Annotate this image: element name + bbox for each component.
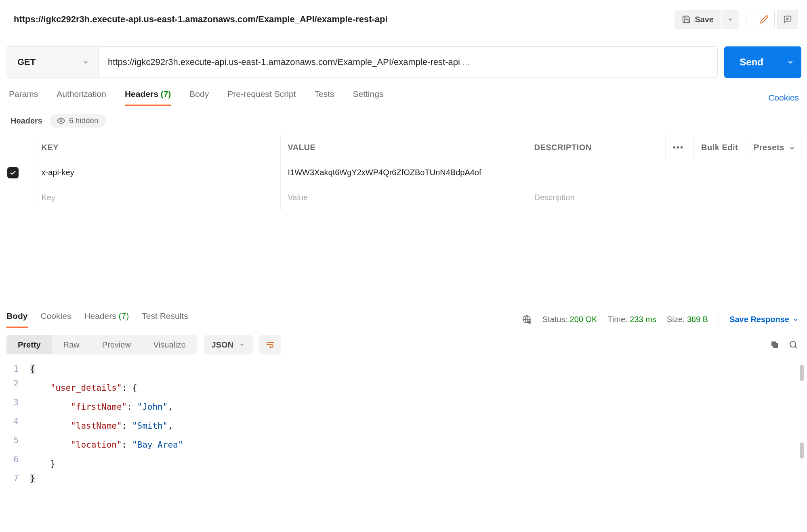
scrollbar-thumb[interactable] [800,442,804,459]
body-right-tools [770,340,798,350]
bulk-edit-button[interactable]: Bulk Edit [694,135,746,160]
response-tabs: Body Cookies Headers (7) Test Results [6,311,188,328]
code-line: 3 "firstName": "John", [7,395,807,414]
col-value: VALUE [280,135,527,160]
headers-label: Headers [11,116,42,126]
presets-button[interactable]: Presets [746,135,807,160]
line-number: 5 [7,433,30,452]
tab-headers-count: (7) [161,89,171,98]
tab-headers[interactable]: Headers (7) [125,89,171,106]
code-line: 6 } [7,452,807,471]
tab-headers-label: Headers [125,89,158,98]
svg-point-9 [790,341,796,347]
headers-subheader: Headers 6 hidden [0,106,807,135]
format-select[interactable]: JSON [204,335,253,354]
code-line: 1{ [7,362,807,376]
send-button[interactable]: Send [724,46,779,78]
request-title: https://igkc292r3h.execute-api.us-east-1… [14,14,388,25]
response-section: Body Cookies Headers (7) Test Results St… [0,311,807,486]
resp-tab-headers[interactable]: Headers (7) [84,311,129,328]
hidden-count: 6 hidden [69,116,99,125]
search-button[interactable] [788,340,798,350]
save-response-button[interactable]: Save Response [729,315,799,324]
edit-button[interactable] [754,10,775,29]
more-icon: ••• [673,143,684,152]
scrollbar-thumb[interactable] [800,365,804,381]
line-number: 3 [7,395,30,414]
cookies-link[interactable]: Cookies [768,93,801,103]
row-description-cell[interactable] [527,160,807,185]
hidden-headers-toggle[interactable]: 6 hidden [50,114,106,128]
save-options-button[interactable] [721,10,739,29]
topbar-actions: Save [675,10,798,29]
body-toolbar: Pretty Raw Preview Visualize JSON [0,328,807,354]
chevron-down-icon [789,145,795,151]
tab-settings[interactable]: Settings [353,89,383,106]
view-visualize-button[interactable]: Visualize [142,335,197,354]
wrap-lines-button[interactable] [259,335,281,354]
request-tabs: Params Authorization Headers (7) Body Pr… [9,89,383,106]
resp-tab-test-results[interactable]: Test Results [142,311,188,328]
resp-tab-cookies[interactable]: Cookies [41,311,71,328]
col-key: KEY [34,135,280,160]
row-value-cell[interactable]: I1WW3Xakqt6WgY2xWP4Qr6ZfOZBoTUnN4BdpA4of [280,160,527,185]
code-line: 2 "user_details": { [7,376,807,395]
response-body-area[interactable]: 1{2 "user_details": {3 "firstName": "Joh… [0,362,807,486]
value-input[interactable]: Value [280,185,527,210]
network-icon[interactable] [522,315,532,325]
checkbox-checked-icon [7,167,19,178]
tab-body[interactable]: Body [189,89,209,106]
row-key-cell[interactable]: x-api-key [34,160,280,185]
resp-tab-body[interactable]: Body [6,311,28,328]
headers-table: KEY VALUE DESCRIPTION ••• Bulk Edit Pres… [0,135,807,210]
pencil-icon [760,15,769,24]
chevron-down-icon [239,342,245,348]
tab-params[interactable]: Params [9,89,38,106]
description-input[interactable]: Description [527,185,807,210]
method-value: GET [17,57,36,67]
col-checkbox [0,135,34,160]
request-tabs-row: Params Authorization Headers (7) Body Pr… [0,78,807,106]
url-input[interactable]: https://igkc292r3h.execute-api.us-east-1… [99,47,717,77]
svg-line-10 [795,346,797,348]
table-row: x-api-key I1WW3Xakqt6WgY2xWP4Qr6ZfOZBoTU… [0,160,807,185]
divider [719,314,719,325]
save-button[interactable]: Save [675,10,721,29]
key-input[interactable]: Key [34,185,280,210]
view-pretty-button[interactable]: Pretty [6,335,52,354]
svg-rect-8 [771,341,776,346]
copy-button[interactable] [770,340,780,350]
view-preview-button[interactable]: Preview [91,335,142,354]
view-mode-group: Pretty Raw Preview Visualize [6,335,197,354]
save-label: Save [695,15,714,24]
tab-tests[interactable]: Tests [314,89,334,106]
tab-prerequest[interactable]: Pre-request Script [227,89,296,106]
send-options-button[interactable] [779,46,801,78]
view-raw-button[interactable]: Raw [52,335,91,354]
line-number: 6 [7,452,30,471]
line-number: 4 [7,414,30,433]
response-meta: Status: 200 OK Time: 233 ms Size: 369 B … [522,314,799,325]
comment-icon [783,15,792,24]
chevron-down-icon [792,316,799,323]
size-value: 369 B [687,315,708,324]
method-select[interactable]: GET [6,47,99,77]
tab-authorization[interactable]: Authorization [57,89,106,106]
row-checkbox-cell[interactable] [0,160,34,185]
col-description: DESCRIPTION [527,135,666,160]
col-more[interactable]: ••• [666,135,694,160]
wrap-icon [265,340,275,350]
divider [746,12,746,27]
code-line: 5 "location": "Bay Area" [7,433,807,452]
size-group: Size: 369 B [667,315,708,324]
comment-button[interactable] [777,10,798,29]
response-tabs-row: Body Cookies Headers (7) Test Results St… [0,311,807,328]
chevron-down-icon [82,59,89,65]
row-checkbox-cell[interactable] [0,185,34,210]
line-number: 7 [7,471,30,486]
request-row: GET https://igkc292r3h.execute-api.us-ea… [0,39,807,78]
status-value: 200 OK [570,315,597,324]
table-row-empty: Key Value Description [0,185,807,210]
send-group: Send [724,46,801,78]
code-line: 7} [7,471,807,486]
